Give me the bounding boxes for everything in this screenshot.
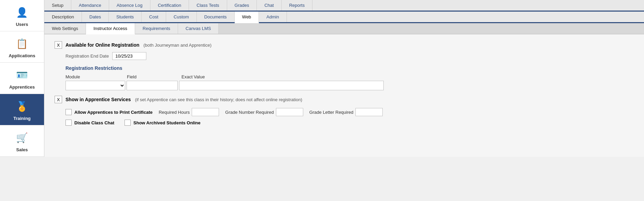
show-archived-item: Show Archived Students Online [125, 120, 201, 126]
show-apprentice-label: Show in Apprentice Services [65, 97, 131, 102]
tab-canvas-lms[interactable]: Canvas LMS [178, 23, 219, 34]
tab-admin[interactable]: Admin [259, 12, 287, 22]
content-area: X Available for Online Registration (bot… [44, 34, 644, 157]
sidebar-label-training: Training [13, 116, 31, 121]
show-apprentice-checkbox[interactable]: X [55, 96, 62, 103]
reg-end-date-input[interactable] [112, 52, 146, 60]
sidebar-item-training[interactable]: 🏅 Training [0, 94, 44, 125]
tab-web[interactable]: Web [235, 12, 259, 23]
tab-description[interactable]: Description [44, 12, 82, 22]
show-archived-checkbox[interactable] [125, 120, 131, 126]
show-archived-label: Show Archived Students Online [133, 120, 201, 125]
module-select[interactable] [65, 81, 125, 90]
module-label: Module [65, 74, 127, 79]
tertiary-tab-row: Web Settings Instructor Access Requireme… [44, 23, 644, 34]
disable-chat-label: Disable Class Chat [74, 120, 114, 125]
restrictions-inputs [65, 81, 634, 90]
reg-end-date-label: Registration End Date [65, 53, 109, 59]
show-apprentice-row: X Show in Apprentice Services (if set Ap… [55, 96, 634, 103]
available-online-checkbox[interactable]: X [55, 41, 62, 49]
required-hours-label: Required Hours [159, 110, 190, 115]
users-icon: 👤 [14, 4, 30, 20]
sidebar-label-users: Users [16, 22, 28, 27]
disable-chat-item: Disable Class Chat [65, 120, 114, 126]
sidebar-label-applications: Applications [9, 53, 35, 58]
tab-web-settings[interactable]: Web Settings [44, 23, 86, 34]
tab-grades[interactable]: Grades [227, 0, 257, 11]
sidebar-item-applications[interactable]: 📋 Applications [0, 31, 44, 63]
apprentices-icon: 🪪 [14, 67, 30, 83]
sidebar-label-sales: Sales [16, 147, 28, 152]
sales-icon: 🛒 [14, 129, 30, 146]
tab-requirements[interactable]: Requirements [135, 23, 178, 34]
available-online-row: X Available for Online Registration (bot… [55, 41, 634, 49]
tab-instructor-access[interactable]: Instructor Access [86, 23, 135, 35]
tab-class-tests[interactable]: Class Tests [189, 0, 227, 11]
value-input[interactable] [179, 81, 384, 90]
main-content: Setup Attendance Absence Log Certificati… [44, 0, 644, 157]
allow-cert-label: Allow Apprentices to Print Certificate [74, 110, 152, 115]
sidebar-label-apprentices: Apprentices [9, 84, 35, 90]
primary-tab-row: Setup Attendance Absence Log Certificati… [44, 0, 644, 12]
restrictions-heading: Registration Restrictions [65, 65, 634, 71]
reg-end-date-row: Registration End Date [65, 52, 634, 60]
secondary-tab-row: Description Dates Students Cost Custom D… [44, 12, 644, 23]
sidebar-item-sales[interactable]: 🛒 Sales [0, 125, 44, 157]
sidebar-item-users[interactable]: 👤 Users [0, 0, 44, 31]
tab-chat[interactable]: Chat [257, 0, 281, 11]
available-online-note: (both Journeyman and Apprentice) [144, 43, 211, 48]
tab-certification[interactable]: Certification [150, 0, 189, 11]
cert-row: Allow Apprentices to Print Certificate R… [65, 108, 634, 116]
grade-letter-label: Grade Letter Required [309, 110, 353, 115]
required-hours-input[interactable] [192, 108, 219, 116]
applications-icon: 📋 [14, 35, 30, 52]
sidebar-item-apprentices[interactable]: 🪪 Apprentices [0, 63, 44, 94]
restrictions-labels: Module Field Exact Value [65, 74, 634, 79]
tab-reports[interactable]: Reports [282, 0, 313, 11]
disable-chat-checkbox[interactable] [65, 120, 72, 126]
tab-cost[interactable]: Cost [142, 12, 166, 22]
tab-dates[interactable]: Dates [82, 12, 109, 22]
tab-documents[interactable]: Documents [197, 12, 235, 22]
allow-cert-checkbox[interactable] [65, 109, 72, 115]
tab-custom[interactable]: Custom [166, 12, 197, 22]
tab-students[interactable]: Students [109, 12, 142, 22]
field-label: Field [127, 74, 181, 79]
tab-absence-log[interactable]: Absence Log [109, 0, 150, 11]
sidebar: 👤 Users 📋 Applications 🪪 Apprentices 🏅 T… [0, 0, 44, 157]
show-apprentice-note: (if set Apprentice can see this class in… [135, 97, 302, 102]
field-input[interactable] [127, 81, 178, 90]
grade-number-label: Grade Number Required [225, 110, 274, 115]
tab-setup[interactable]: Setup [44, 0, 71, 11]
tab-attendance[interactable]: Attendance [71, 0, 109, 11]
training-icon: 🏅 [14, 98, 30, 114]
value-label: Exact Value [181, 74, 634, 79]
grade-number-input[interactable] [276, 108, 303, 116]
restrictions-table: Module Field Exact Value [65, 74, 634, 90]
available-online-label: Available for Online Registration [65, 42, 140, 48]
grade-letter-input[interactable] [355, 108, 383, 116]
bottom-row: Disable Class Chat Show Archived Student… [65, 120, 634, 126]
